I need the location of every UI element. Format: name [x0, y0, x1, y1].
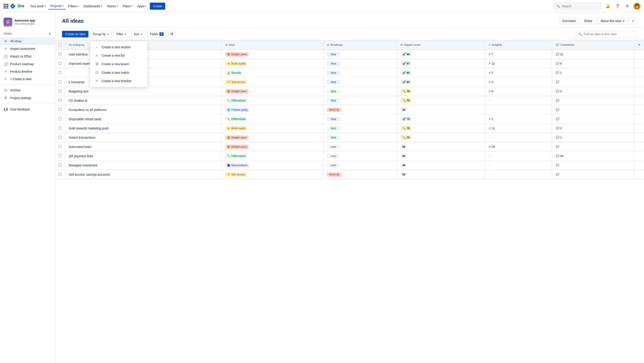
idea-goal-cell[interactable]: ✏️ Differentiate: [222, 115, 323, 124]
idea-goal-cell[interactable]: 😍 Delight users: [222, 50, 323, 59]
share-button[interactable]: Share: [581, 18, 596, 24]
row-checkbox[interactable]: [58, 108, 61, 111]
idea-impact-cell[interactable]: 46: [397, 151, 484, 161]
nav-dashboards[interactable]: Dashboards ▾: [81, 3, 104, 9]
idea-goal-cell[interactable]: 🔒 Security: [222, 68, 323, 78]
idea-impact-cell[interactable]: 🚀 79: [397, 115, 484, 124]
row-checkbox[interactable]: [58, 90, 61, 93]
notifications-button[interactable]: 🔔: [604, 3, 612, 10]
idea-impact-cell[interactable]: 36: [397, 161, 484, 170]
user-avatar[interactable]: 👩: [634, 3, 640, 10]
idea-name-cell[interactable]: QR payment links: [65, 151, 222, 161]
idea-roadmap-cell[interactable]: Next: [323, 87, 397, 96]
idea-roadmap-cell[interactable]: Later: [323, 142, 397, 151]
nav-plans[interactable]: Plans ▾: [120, 3, 134, 9]
idea-impact-cell[interactable]: 56: [397, 142, 484, 151]
idea-goal-cell[interactable]: 🤝 Build loyalty: [222, 59, 323, 68]
idea-goal-cell[interactable]: 💛 Self service: [222, 170, 323, 179]
idea-name-cell[interactable]: Instant transactions: [65, 133, 222, 142]
dropdown-new-section[interactable]: › Create a new section: [90, 43, 147, 51]
sidebar-item-product-roadmap[interactable]: ⬜ Product roadmap: [0, 60, 55, 68]
idea-roadmap-cell[interactable]: Now: [323, 78, 397, 87]
idea-roadmap-cell[interactable]: Now: [323, 68, 397, 78]
row-checkbox[interactable]: [58, 145, 61, 148]
idea-name-cell[interactable]: Contactless on all platforms: [65, 105, 222, 115]
refresh-button[interactable]: ↺: [168, 31, 175, 38]
sidebar-project[interactable]: 🎯 Awesome app Discovery project: [0, 16, 55, 30]
idea-roadmap-cell[interactable]: Later: [323, 151, 397, 161]
row-checkbox[interactable]: [58, 71, 61, 74]
find-idea-input[interactable]: 🔍: [576, 31, 637, 38]
fields-button[interactable]: Fields 6: [147, 31, 166, 38]
dropdown-new-list[interactable]: ≡ Create a new list: [90, 51, 147, 60]
nav-apps[interactable]: Apps ▾: [135, 3, 148, 9]
row-checkbox[interactable]: [58, 127, 61, 129]
sidebar-item-impact-effort[interactable]: ⬜ Impact vs Effort: [0, 52, 55, 60]
idea-roadmap-cell[interactable]: Won't do: [323, 170, 397, 179]
idea-name-cell[interactable]: Managed investment: [65, 161, 222, 170]
idea-goal-cell[interactable]: 😍 Delight users: [222, 142, 323, 151]
row-checkbox[interactable]: [58, 117, 61, 120]
idea-goal-cell[interactable]: 🌐 Feature parity: [222, 105, 323, 115]
about-view-button[interactable]: About this view ≡: [597, 18, 628, 24]
settings-button[interactable]: ⚙: [624, 3, 631, 10]
create-idea-button[interactable]: Create an idea: [62, 31, 88, 38]
idea-roadmap-cell[interactable]: Now: [323, 59, 397, 68]
idea-goal-cell[interactable]: 🔵 New products: [222, 161, 323, 170]
sidebar-item-product-timeline[interactable]: ≡ Product timeline: [0, 68, 55, 75]
nav-teams[interactable]: Teams ▾: [105, 3, 120, 9]
add-view-button[interactable]: +: [49, 32, 51, 36]
nav-projects[interactable]: Projects ▾: [48, 3, 66, 10]
nav-logo[interactable]: Jira: [4, 3, 24, 9]
sidebar-feedback[interactable]: 📢 Give feedback: [0, 105, 55, 113]
sidebar-create-view[interactable]: + + Create a view: [0, 75, 55, 83]
sidebar-item-all-ideas[interactable]: ≡ All ideas: [0, 38, 55, 45]
idea-name-cell[interactable]: Disposable virtual cards: [65, 115, 222, 124]
select-all-checkbox[interactable]: [58, 43, 61, 46]
row-checkbox[interactable]: [58, 164, 61, 166]
filter-button[interactable]: Filter +: [114, 31, 129, 38]
idea-impact-cell[interactable]: 36: [397, 105, 484, 115]
idea-impact-cell[interactable]: 55: [397, 170, 484, 179]
sort-button[interactable]: Sort +: [131, 31, 146, 38]
dropdown-new-board[interactable]: ⊞ Create a new board: [90, 60, 147, 68]
row-checkbox[interactable]: [58, 53, 61, 56]
idea-goal-cell[interactable]: 🤝 Build loyalty: [222, 124, 323, 133]
idea-impact-cell[interactable]: 🔍 70: [397, 96, 484, 105]
nav-filters[interactable]: Filters ▾: [66, 3, 81, 9]
idea-name-cell[interactable]: CS chatbot AI: [65, 96, 222, 105]
idea-name-cell[interactable]: Budgeting tool: [65, 87, 222, 96]
idea-roadmap-cell[interactable]: Later: [323, 161, 397, 170]
idea-name-cell[interactable]: Gold rewards marketing push: [65, 124, 222, 133]
idea-goal-cell[interactable]: ✏️ Differentiate: [222, 151, 323, 161]
idea-impact-cell[interactable]: 🚀 98: [397, 50, 484, 59]
search-input[interactable]: [562, 5, 599, 8]
idea-impact-cell[interactable]: 🚀 80: [397, 68, 484, 78]
idea-roadmap-cell[interactable]: Now: [323, 50, 397, 59]
comment-button[interactable]: Comment: [559, 18, 579, 24]
group-by-button[interactable]: Group by +: [90, 31, 112, 38]
dropdown-new-matrix[interactable]: ⊡ Create a new matrix: [90, 68, 147, 77]
row-checkbox[interactable]: [58, 173, 61, 176]
idea-goal-cell[interactable]: 😍 Delight users: [222, 87, 323, 96]
expand-button[interactable]: ⤢: [630, 18, 637, 24]
idea-roadmap-cell[interactable]: Next: [323, 133, 397, 142]
idea-goal-cell[interactable]: 💛 Self service: [222, 78, 323, 87]
idea-roadmap-cell[interactable]: Now: [323, 115, 397, 124]
find-idea-field[interactable]: [584, 32, 634, 36]
row-checkbox[interactable]: [58, 136, 61, 139]
idea-roadmap-cell[interactable]: Next: [323, 96, 397, 105]
idea-impact-cell[interactable]: 🔍 75: [397, 124, 484, 133]
idea-impact-cell[interactable]: 🚀 80: [397, 78, 484, 87]
idea-roadmap-cell[interactable]: Won't do: [323, 105, 397, 115]
row-checkbox[interactable]: [58, 154, 61, 157]
sidebar-item-impact-assessment[interactable]: ≡ Impact assesment: [0, 45, 55, 52]
nav-your-work[interactable]: Your work ▾: [28, 3, 48, 9]
idea-name-cell[interactable]: Automated tasks: [65, 142, 222, 151]
idea-impact-cell[interactable]: 🔍 76: [397, 133, 484, 142]
idea-goal-cell[interactable]: ✏️ Differentiate: [222, 96, 323, 105]
idea-roadmap-cell[interactable]: Next: [323, 124, 397, 133]
dropdown-new-timeline[interactable]: ≡ Create a new timeline: [90, 77, 147, 85]
sidebar-project-settings[interactable]: ⚙ Project settings: [0, 94, 55, 102]
row-checkbox[interactable]: [58, 99, 61, 102]
